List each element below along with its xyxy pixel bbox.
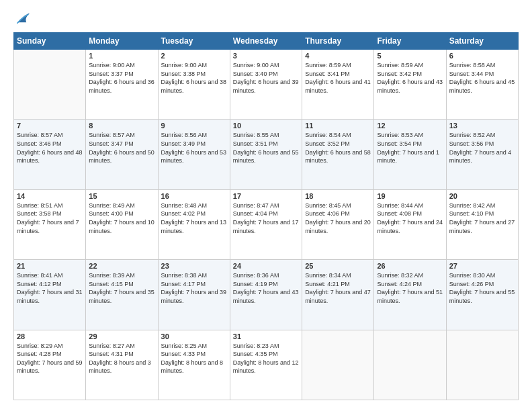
calendar-header-wednesday: Wednesday xyxy=(230,33,302,50)
day-number: 31 xyxy=(233,332,299,340)
cell-content: Sunrise: 8:32 AMSunset: 4:24 PMDaylight:… xyxy=(377,271,443,305)
cell-content: Sunrise: 8:53 AMSunset: 3:54 PMDaylight:… xyxy=(377,131,443,165)
cell-content: Sunrise: 8:36 AMSunset: 4:19 PMDaylight:… xyxy=(233,271,299,305)
day-number: 6 xyxy=(449,52,515,60)
cell-content: Sunrise: 8:29 AMSunset: 4:28 PMDaylight:… xyxy=(17,342,83,375)
day-number: 19 xyxy=(377,192,443,200)
day-number: 18 xyxy=(305,192,371,200)
calendar-table: SundayMondayTuesdayWednesdayThursdayFrid… xyxy=(13,32,519,400)
cell-content: Sunrise: 9:00 AMSunset: 3:40 PMDaylight:… xyxy=(233,61,299,95)
cell-content: Sunrise: 8:55 AMSunset: 3:51 PMDaylight:… xyxy=(233,131,299,165)
day-number: 2 xyxy=(161,52,227,60)
day-number: 26 xyxy=(377,262,443,270)
calendar-cell: 30Sunrise: 8:25 AMSunset: 4:33 PMDayligh… xyxy=(158,330,230,400)
calendar-week-row: 7Sunrise: 8:57 AMSunset: 3:46 PMDaylight… xyxy=(14,120,519,189)
calendar-cell: 25Sunrise: 8:34 AMSunset: 4:21 PMDayligh… xyxy=(302,260,374,330)
day-number: 25 xyxy=(305,262,371,270)
calendar-cell: 10Sunrise: 8:55 AMSunset: 3:51 PMDayligh… xyxy=(230,120,302,189)
calendar-cell xyxy=(374,330,446,400)
calendar-cell: 7Sunrise: 8:57 AMSunset: 3:46 PMDaylight… xyxy=(14,120,86,189)
cell-content: Sunrise: 8:42 AMSunset: 4:10 PMDaylight:… xyxy=(449,201,515,235)
day-number: 11 xyxy=(305,122,371,130)
cell-content: Sunrise: 8:39 AMSunset: 4:15 PMDaylight:… xyxy=(89,271,154,305)
day-number: 27 xyxy=(449,262,515,270)
calendar-cell: 12Sunrise: 8:53 AMSunset: 3:54 PMDayligh… xyxy=(374,120,446,189)
day-number: 9 xyxy=(161,122,227,130)
calendar-cell: 24Sunrise: 8:36 AMSunset: 4:19 PMDayligh… xyxy=(230,260,302,330)
calendar-cell: 21Sunrise: 8:41 AMSunset: 4:12 PMDayligh… xyxy=(14,260,86,330)
day-number: 17 xyxy=(233,192,299,200)
day-number: 24 xyxy=(233,262,299,270)
calendar-cell: 13Sunrise: 8:52 AMSunset: 3:56 PMDayligh… xyxy=(446,120,518,189)
day-number: 15 xyxy=(89,192,154,200)
cell-content: Sunrise: 8:52 AMSunset: 3:56 PMDaylight:… xyxy=(449,131,515,165)
day-number: 14 xyxy=(17,192,83,200)
day-number: 28 xyxy=(17,332,83,340)
cell-content: Sunrise: 8:54 AMSunset: 3:52 PMDaylight:… xyxy=(305,131,371,165)
cell-content: Sunrise: 8:51 AMSunset: 3:58 PMDaylight:… xyxy=(17,201,83,235)
calendar-cell: 4Sunrise: 8:59 AMSunset: 3:41 PMDaylight… xyxy=(302,50,374,120)
calendar-header-friday: Friday xyxy=(374,33,446,50)
day-number: 20 xyxy=(449,192,515,200)
cell-content: Sunrise: 8:27 AMSunset: 4:31 PMDaylight:… xyxy=(89,342,154,375)
day-number: 5 xyxy=(377,52,443,60)
calendar-week-row: 21Sunrise: 8:41 AMSunset: 4:12 PMDayligh… xyxy=(14,260,519,330)
calendar-cell: 17Sunrise: 8:47 AMSunset: 4:04 PMDayligh… xyxy=(230,189,302,259)
day-number: 29 xyxy=(89,332,154,340)
calendar-cell: 3Sunrise: 9:00 AMSunset: 3:40 PMDaylight… xyxy=(230,50,302,120)
calendar-cell: 28Sunrise: 8:29 AMSunset: 4:28 PMDayligh… xyxy=(14,330,86,400)
cell-content: Sunrise: 8:47 AMSunset: 4:04 PMDaylight:… xyxy=(233,201,299,235)
calendar-cell: 31Sunrise: 8:23 AMSunset: 4:35 PMDayligh… xyxy=(230,330,302,400)
day-number: 13 xyxy=(449,122,515,130)
calendar-header-monday: Monday xyxy=(86,33,158,50)
cell-content: Sunrise: 8:23 AMSunset: 4:35 PMDaylight:… xyxy=(233,342,299,375)
cell-content: Sunrise: 8:48 AMSunset: 4:02 PMDaylight:… xyxy=(161,201,227,235)
calendar-header-tuesday: Tuesday xyxy=(158,33,230,50)
cell-content: Sunrise: 8:58 AMSunset: 3:44 PMDaylight:… xyxy=(449,61,515,95)
cell-content: Sunrise: 8:57 AMSunset: 3:47 PMDaylight:… xyxy=(89,131,154,165)
cell-content: Sunrise: 8:59 AMSunset: 3:42 PMDaylight:… xyxy=(377,61,443,95)
day-number: 23 xyxy=(161,262,227,270)
calendar-cell: 15Sunrise: 8:49 AMSunset: 4:00 PMDayligh… xyxy=(86,189,158,259)
calendar-cell: 27Sunrise: 8:30 AMSunset: 4:26 PMDayligh… xyxy=(446,260,518,330)
cell-content: Sunrise: 8:30 AMSunset: 4:26 PMDaylight:… xyxy=(449,271,515,305)
calendar-cell: 29Sunrise: 8:27 AMSunset: 4:31 PMDayligh… xyxy=(86,330,158,400)
calendar-cell: 16Sunrise: 8:48 AMSunset: 4:02 PMDayligh… xyxy=(158,189,230,259)
calendar-cell: 1Sunrise: 9:00 AMSunset: 3:37 PMDaylight… xyxy=(86,50,158,120)
cell-content: Sunrise: 8:38 AMSunset: 4:17 PMDaylight:… xyxy=(161,271,227,305)
cell-content: Sunrise: 8:41 AMSunset: 4:12 PMDaylight:… xyxy=(17,271,83,305)
cell-content: Sunrise: 8:45 AMSunset: 4:06 PMDaylight:… xyxy=(305,201,371,235)
calendar-cell: 6Sunrise: 8:58 AMSunset: 3:44 PMDaylight… xyxy=(446,50,518,120)
calendar-header-saturday: Saturday xyxy=(446,33,518,50)
calendar-cell: 26Sunrise: 8:32 AMSunset: 4:24 PMDayligh… xyxy=(374,260,446,330)
calendar-header-thursday: Thursday xyxy=(302,33,374,50)
cell-content: Sunrise: 8:59 AMSunset: 3:41 PMDaylight:… xyxy=(305,61,371,95)
cell-content: Sunrise: 8:57 AMSunset: 3:46 PMDaylight:… xyxy=(17,131,83,165)
calendar-cell: 14Sunrise: 8:51 AMSunset: 3:58 PMDayligh… xyxy=(14,189,86,259)
calendar-week-row: 1Sunrise: 9:00 AMSunset: 3:37 PMDaylight… xyxy=(14,50,519,120)
calendar-cell: 8Sunrise: 8:57 AMSunset: 3:47 PMDaylight… xyxy=(86,120,158,189)
header xyxy=(13,11,519,27)
day-number: 16 xyxy=(161,192,227,200)
cell-content: Sunrise: 8:25 AMSunset: 4:33 PMDaylight:… xyxy=(161,342,227,375)
calendar-cell: 18Sunrise: 8:45 AMSunset: 4:06 PMDayligh… xyxy=(302,189,374,259)
day-number: 3 xyxy=(233,52,299,60)
day-number: 7 xyxy=(17,122,83,130)
calendar-header-row: SundayMondayTuesdayWednesdayThursdayFrid… xyxy=(14,33,519,50)
cell-content: Sunrise: 8:44 AMSunset: 4:08 PMDaylight:… xyxy=(377,201,443,235)
calendar-cell: 11Sunrise: 8:54 AMSunset: 3:52 PMDayligh… xyxy=(302,120,374,189)
logo xyxy=(13,11,35,27)
day-number: 10 xyxy=(233,122,299,130)
logo-bird-icon xyxy=(13,11,32,27)
calendar-header-sunday: Sunday xyxy=(14,33,86,50)
calendar-week-row: 14Sunrise: 8:51 AMSunset: 3:58 PMDayligh… xyxy=(14,189,519,259)
calendar-cell xyxy=(302,330,374,400)
day-number: 21 xyxy=(17,262,83,270)
calendar-cell: 5Sunrise: 8:59 AMSunset: 3:42 PMDaylight… xyxy=(374,50,446,120)
calendar-cell: 22Sunrise: 8:39 AMSunset: 4:15 PMDayligh… xyxy=(86,260,158,330)
day-number: 1 xyxy=(89,52,154,60)
calendar-cell: 19Sunrise: 8:44 AMSunset: 4:08 PMDayligh… xyxy=(374,189,446,259)
day-number: 8 xyxy=(89,122,154,130)
cell-content: Sunrise: 9:00 AMSunset: 3:37 PMDaylight:… xyxy=(89,61,154,95)
day-number: 22 xyxy=(89,262,154,270)
